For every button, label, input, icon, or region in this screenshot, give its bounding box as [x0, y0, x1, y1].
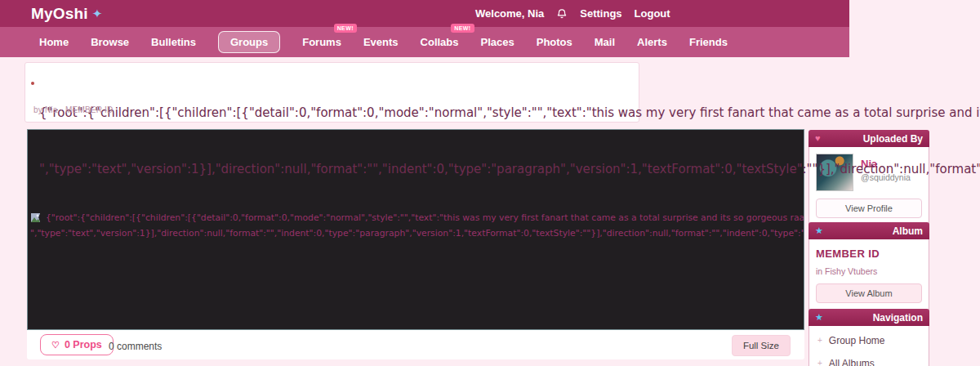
- new-badge: NEW!: [451, 24, 474, 33]
- props-count-label: 0 Props: [65, 339, 102, 350]
- photo-title: {"root":{"children":[{"children":[{"deta…: [39, 66, 980, 198]
- logout-link[interactable]: Logout: [635, 7, 670, 20]
- album-name[interactable]: MEMBER ID: [816, 248, 922, 260]
- star-icon: ★: [815, 313, 823, 322]
- nav-item-home[interactable]: Home: [39, 31, 69, 53]
- photo-byline: by Nia · MEMBER ID: [33, 105, 114, 114]
- navigation-title: Navigation: [873, 312, 923, 324]
- star-icon: ★: [815, 226, 823, 235]
- view-profile-button[interactable]: View Profile: [816, 199, 922, 218]
- photo-action-bar: ♡ 0 Props 0 comments Full Size: [27, 330, 804, 359]
- photo-alt-row2: ","type":"text","version":1}],"direction…: [30, 225, 804, 240]
- comments-count: 0 comments: [109, 341, 162, 352]
- photo-alt-line1: {"root":{"children":[{"children":[{"deta…: [46, 211, 804, 225]
- nav-item-mail[interactable]: Mail: [595, 31, 615, 53]
- navigation-header: ★ Navigation: [808, 309, 929, 326]
- full-size-button[interactable]: Full Size: [732, 335, 791, 356]
- title-marker-dot: [31, 82, 34, 85]
- album-title: Album: [893, 225, 923, 237]
- top-header: MyOshi ✦ Welcome, Nia Settings Logout: [0, 0, 849, 27]
- nav-item-places[interactable]: Places: [481, 31, 514, 53]
- sidebar-link-label: All Albums: [829, 358, 875, 366]
- album-body: MEMBER ID in Fishy Vtubers View Album: [808, 239, 929, 310]
- nav-item-events[interactable]: Events: [363, 31, 399, 53]
- site-logo-text: MyOshi: [31, 5, 88, 23]
- navigation-panel: ★ Navigation + Group Home + All Albums: [808, 309, 929, 366]
- sparkle-icon: ✦: [92, 7, 103, 21]
- notifications-bell-icon[interactable]: [556, 7, 568, 20]
- nav-item-friends[interactable]: Friends: [689, 31, 728, 53]
- album-panel: ★ Album MEMBER ID in Fishy Vtubers View …: [808, 222, 929, 310]
- navigation-body: + Group Home + All Albums: [808, 326, 929, 366]
- nav-item-bulletins[interactable]: Bulletins: [151, 31, 196, 53]
- nav-item-browse[interactable]: Browse: [91, 31, 129, 53]
- bullet-icon: +: [817, 359, 822, 366]
- nav-item-forums[interactable]: Forums: [302, 31, 341, 53]
- welcome-text: Welcome, Nia: [475, 7, 544, 20]
- sidebar-link-label: Group Home: [829, 335, 885, 346]
- props-button[interactable]: ♡ 0 Props: [40, 334, 114, 355]
- heart-outline-icon: ♡: [51, 340, 60, 350]
- photo-title-line2: ","type":"text","version":1}],"direction…: [39, 160, 980, 179]
- nav-item-photos[interactable]: Photos: [537, 31, 572, 53]
- new-badge: NEW!: [334, 24, 357, 33]
- photo-alt-line2: ","type":"text","version":1}],"direction…: [30, 228, 804, 239]
- settings-link[interactable]: Settings: [580, 7, 621, 20]
- user-menu: Welcome, Nia Settings Logout: [475, 0, 670, 27]
- view-album-button[interactable]: View Album: [816, 283, 922, 303]
- nav-item-collabs[interactable]: Collabs: [421, 31, 459, 53]
- album-context: in Fishy Vtubers: [816, 266, 922, 276]
- sidebar-link-group-home[interactable]: + Group Home: [816, 329, 922, 352]
- nav-item-alerts[interactable]: Alerts: [637, 31, 667, 53]
- album-header: ★ Album: [808, 222, 929, 239]
- site-logo[interactable]: MyOshi ✦: [31, 0, 102, 27]
- photo-title-line1: {"root":{"children":[{"children":[{"deta…: [39, 104, 980, 123]
- nav-item-groups-active[interactable]: Groups: [218, 31, 280, 53]
- bullet-icon: +: [817, 337, 822, 345]
- sidebar-link-all-albums[interactable]: + All Albums: [816, 352, 922, 366]
- main-nav: Home Browse Bulletins Groups Forums NEW!…: [0, 27, 849, 57]
